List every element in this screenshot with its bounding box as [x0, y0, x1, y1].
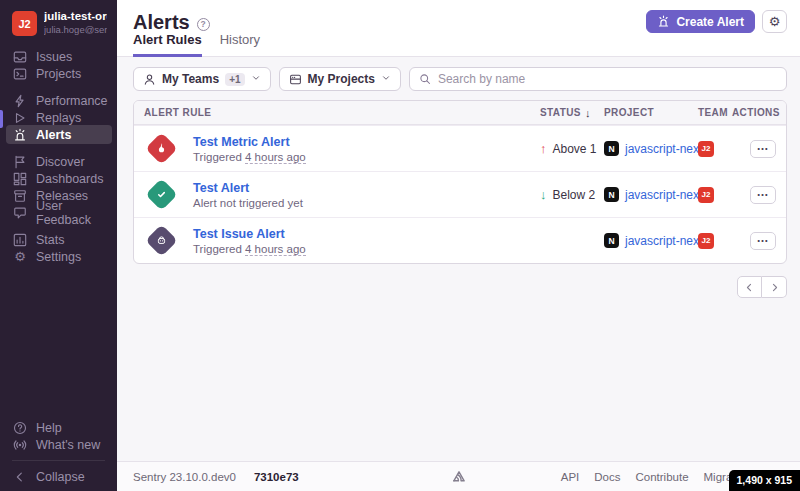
team-badge[interactable]: J2: [698, 187, 714, 203]
help-circle-icon: [13, 421, 27, 435]
footer-link-contribute[interactable]: Contribute: [635, 471, 688, 483]
search-box: [409, 67, 787, 91]
footer-link-docs[interactable]: Docs: [594, 471, 620, 483]
sidebar-item-stats[interactable]: Stats: [0, 231, 117, 248]
sidebar-item-issues[interactable]: Issues: [0, 48, 117, 65]
tab-alert-rules[interactable]: Alert Rules: [133, 32, 202, 57]
project-cell: N javascript-nextjs: [604, 187, 698, 202]
relative-time[interactable]: 4 hours ago: [245, 243, 306, 256]
table-header-row: Alert Rule Status↓ Project Team Actions: [134, 101, 786, 125]
create-alert-button[interactable]: Create Alert: [646, 10, 755, 33]
chevron-left-icon: [744, 282, 755, 293]
tab-bar: Alert Rules History: [133, 32, 260, 57]
teams-filter-label: My Teams: [162, 72, 219, 86]
chevron-down-icon: [251, 72, 261, 86]
tab-history[interactable]: History: [220, 32, 260, 57]
help-tooltip-icon[interactable]: ?: [197, 18, 210, 31]
column-header-alert-rule: Alert Rule: [144, 107, 540, 118]
team-badge[interactable]: J2: [698, 141, 714, 157]
chevron-left-icon: [13, 470, 27, 484]
footer-link-api[interactable]: API: [561, 471, 580, 483]
alert-rule-subtext: Triggered 4 hours ago: [193, 151, 306, 163]
status-cell: ↓ Below 2: [540, 187, 604, 202]
next-page-button[interactable]: [762, 276, 787, 298]
sidebar-item-user-feedback[interactable]: User Feedback: [0, 204, 117, 221]
sidebar-item-help[interactable]: Help: [0, 419, 117, 436]
row-actions-button[interactable]: …: [750, 186, 776, 204]
sidebar-item-label: User Feedback: [36, 199, 111, 227]
siren-icon: [657, 15, 670, 28]
issue-alert-icon: [145, 224, 178, 257]
sentry-logo-icon[interactable]: [450, 469, 467, 484]
team-badge[interactable]: J2: [698, 233, 714, 249]
build-hash[interactable]: 7310e73: [254, 471, 299, 483]
sidebar-item-label: Collapse: [36, 470, 85, 484]
team-cell: J2: [698, 187, 732, 203]
sidebar-item-label: Replays: [36, 111, 81, 125]
metric-alert-ok-icon: [145, 178, 178, 211]
column-header-actions: Actions: [732, 107, 776, 118]
sidebar-collapse-button[interactable]: Collapse: [0, 468, 117, 485]
org-avatar: J2: [12, 11, 37, 36]
metric-alert-critical-icon: [145, 132, 178, 165]
version-label[interactable]: Sentry 23.10.0.dev0: [133, 471, 236, 483]
sidebar-item-settings[interactable]: ⚙ Settings: [0, 248, 117, 265]
fire-icon: [155, 142, 168, 155]
gear-icon: ⚙: [769, 14, 781, 29]
org-meta: julia-test-org-2 … julia.hoge@sentry.io: [44, 10, 107, 35]
sidebar-item-label: Dashboards: [36, 172, 103, 186]
page-content: My Teams +1 My Projects Alert Rule Statu…: [117, 57, 800, 461]
row-actions-button[interactable]: …: [750, 140, 776, 158]
sidebar-item-dashboards[interactable]: Dashboards: [0, 170, 117, 187]
replay-play-icon: [13, 111, 27, 125]
bar-chart-icon: [13, 233, 27, 247]
check-icon: [155, 188, 168, 201]
sidebar-item-performance[interactable]: Performance: [0, 92, 117, 109]
row-actions-button[interactable]: …: [750, 232, 776, 250]
alert-rule-subtext: Alert not triggered yet: [193, 197, 303, 209]
nextjs-platform-icon: N: [604, 141, 619, 156]
alerts-settings-button[interactable]: ⚙: [762, 10, 787, 33]
column-header-status[interactable]: Status↓: [540, 107, 604, 119]
sidebar-item-alerts[interactable]: Alerts: [0, 126, 117, 143]
sidebar-item-label: Alerts: [36, 128, 71, 142]
search-input[interactable]: [438, 72, 777, 86]
project-cell: N javascript-nextjs: [604, 141, 698, 156]
page-header: Alerts ? Create Alert ⚙ Alert Rules Hist…: [117, 0, 800, 57]
search-icon: [419, 73, 431, 85]
teams-filter-dropdown[interactable]: My Teams +1: [133, 67, 271, 91]
previous-page-button[interactable]: [737, 276, 762, 298]
sidebar-item-discover[interactable]: Discover: [0, 153, 117, 170]
sidebar-item-label: Discover: [36, 155, 85, 169]
alert-rule-link[interactable]: Test Alert: [193, 181, 303, 195]
table-row: Test Issue Alert Triggered 4 hours ago N…: [134, 217, 786, 263]
sidebar-divider: [12, 460, 105, 461]
sidebar-item-whats-new[interactable]: What's new: [0, 436, 117, 453]
alert-rule-link[interactable]: Test Metric Alert: [193, 135, 306, 149]
teams-extra-count-badge: +1: [225, 73, 244, 86]
filter-bar: My Teams +1 My Projects: [133, 67, 787, 91]
relative-time[interactable]: 4 hours ago: [245, 151, 306, 164]
org-name: julia-test-org-2 …: [44, 10, 107, 22]
chevron-down-icon: [381, 72, 391, 86]
org-switcher[interactable]: J2 julia-test-org-2 … julia.hoge@sentry.…: [0, 0, 117, 48]
performance-icon: [13, 94, 27, 108]
main-area: Alerts ? Create Alert ⚙ Alert Rules Hist…: [117, 0, 800, 491]
alert-rules-table: Alert Rule Status↓ Project Team Actions …: [133, 100, 787, 264]
projects-filter-dropdown[interactable]: My Projects: [279, 67, 401, 91]
sidebar-bottom: Help What's new Collapse: [0, 419, 117, 485]
issues-icon: [13, 50, 27, 64]
sidebar-nav: Issues Projects Performance Replays Aler…: [0, 48, 117, 265]
sidebar-item-projects[interactable]: Projects: [0, 65, 117, 82]
sidebar-item-replays[interactable]: Replays: [0, 109, 117, 126]
banner-icon: [13, 155, 27, 169]
user-icon: [143, 73, 156, 86]
alert-rule-subtext: Triggered 4 hours ago: [193, 243, 306, 255]
page-title: Alerts: [133, 11, 190, 34]
projects-icon: [13, 67, 27, 81]
arrow-up-icon: ↑: [540, 141, 547, 156]
sidebar-item-label: What's new: [36, 438, 100, 452]
pagination: [133, 276, 787, 298]
table-row: Test Metric Alert Triggered 4 hours ago …: [134, 125, 786, 171]
alert-rule-link[interactable]: Test Issue Alert: [193, 227, 306, 241]
